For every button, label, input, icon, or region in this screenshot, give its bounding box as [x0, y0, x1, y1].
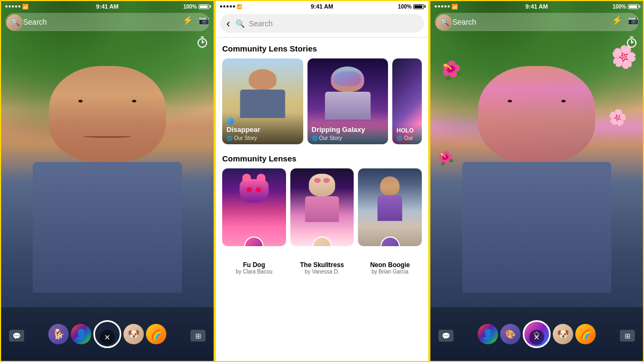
shirt-right	[462, 162, 611, 293]
signal-area: 📶	[5, 4, 28, 10]
memories-icon-left[interactable]: ⊞	[191, 330, 206, 342]
story-card-disappear[interactable]: Disappear 🌐 Our Story	[222, 58, 303, 144]
search-placeholder-middle: Search	[249, 19, 273, 28]
mdot5	[233, 5, 235, 8]
flash-icon-right[interactable]: ⚡	[612, 15, 623, 25]
lens-card-skulltress[interactable]	[290, 168, 354, 246]
ar-face-overlay	[478, 66, 595, 161]
smile-left	[84, 135, 130, 138]
wifi-icon-middle: 📶	[237, 4, 242, 9]
lens-cards-row: Fu Dog by Clara Bacou	[222, 168, 422, 275]
dot2	[9, 5, 11, 8]
skulltress-avatar-img	[313, 238, 331, 246]
search-input-row[interactable]: ‹ 🔍 Search	[220, 14, 424, 33]
middle-search-panel: 📶 9:41 AM 100% ‹ 🔍 Search Community Lens…	[215, 0, 429, 362]
fudog-eye-right	[256, 187, 261, 193]
skulltress-label: The Skulltress by Vanessa D.	[290, 246, 354, 275]
bottom-row-left: 💬 ✕ ⊞	[1, 330, 214, 345]
fudog-head	[240, 179, 268, 203]
eye-left-left	[78, 100, 83, 102]
story-card-sub-disappear: 🌐 Our Story	[226, 135, 299, 141]
mdot2	[223, 5, 225, 8]
globe-icon-disappear: 🌐	[226, 136, 232, 141]
wifi-icon-right: 📶	[451, 4, 458, 10]
search-label-left: Search	[23, 18, 47, 26]
camera-flip-icon-right[interactable]: 📷	[628, 15, 639, 25]
face-left	[49, 66, 166, 161]
timer-icon-right[interactable]	[626, 36, 638, 50]
globe-icon-holo: 🌐	[397, 136, 402, 141]
story-card-holo[interactable]: HOLO 🌐 Our	[392, 58, 422, 144]
memories-icon-right[interactable]: ⊞	[620, 330, 635, 342]
camera-flip-icon-left[interactable]: 📷	[199, 15, 209, 25]
timer-icon-left[interactable]	[196, 36, 208, 50]
battery-percent-left: 100%	[183, 4, 197, 10]
lens-card-neon[interactable]	[358, 168, 422, 246]
battery-icon-right	[628, 4, 639, 9]
fudog-ear-right	[257, 174, 266, 181]
story-avatar-disappear	[226, 117, 234, 125]
search-bar-right[interactable]: 🔍 Search	[435, 13, 639, 31]
time-display-middle: 9:41 AM	[311, 3, 333, 10]
neon-name: Neon Boogie	[358, 261, 422, 269]
eye-right-left	[132, 100, 136, 102]
story-card-title-galaxy: Dripping Galaxy	[312, 125, 384, 134]
battery-fill-left	[200, 5, 208, 8]
neon-creator: by Brian Garcia	[358, 269, 422, 275]
search-icon-middle: 🔍	[236, 19, 245, 28]
chat-icon-left[interactable]: 💬	[9, 330, 24, 342]
story-card-sub-galaxy: 🌐 Our Story	[312, 135, 384, 141]
bottom-controls-right: 👤 🎨 ✿ 🐶 🌈 💬 ✕ ⊞	[430, 307, 643, 361]
back-button-middle[interactable]: ‹	[226, 17, 230, 29]
face-right	[478, 66, 595, 161]
left-camera-panel: 📶 9:41 AM 100% 🔍 Search ⚡ 📷	[0, 0, 215, 362]
time-display-right: 9:41 AM	[525, 3, 548, 10]
flash-icon-left[interactable]: ⚡	[182, 15, 193, 25]
story-cards-row: Disappear 🌐 Our Story	[222, 58, 422, 144]
skulltress-creator: by Vanessa D.	[290, 269, 354, 275]
status-bar-right: 📶 9:41 AM 100%	[430, 1, 643, 12]
globe-icon-galaxy: 🌐	[312, 136, 318, 141]
close-btn-right[interactable]: ✕	[529, 330, 544, 345]
chat-icon-right[interactable]: 💬	[438, 330, 453, 342]
battery-icon-middle	[413, 4, 424, 9]
skulltress-figure	[298, 174, 346, 224]
search-bar-left[interactable]: 🔍 Search	[5, 13, 209, 31]
card-face-disappear	[248, 69, 277, 90]
search-icon-right: 🔍	[440, 18, 449, 26]
top-right-icons-left: ⚡ 📷	[182, 15, 209, 25]
card-person-galaxy	[317, 67, 378, 122]
skulltress-cheek-l	[314, 178, 320, 182]
fudog-eye-left	[247, 187, 252, 193]
person-right	[430, 55, 643, 307]
eye-left-right	[508, 100, 512, 102]
community-lens-stories-title: Community Lens Stories	[222, 44, 422, 53]
rdot5	[448, 5, 450, 8]
battery-fill-middle	[414, 5, 422, 8]
battery-icon-left	[199, 4, 209, 9]
rdot2	[438, 5, 440, 8]
lens-card-fudog-wrapper: Fu Dog by Clara Bacou	[222, 168, 286, 275]
dot5	[18, 5, 20, 8]
battery-fill-right	[629, 5, 637, 8]
neon-outfit	[378, 195, 402, 221]
story-card-galaxy[interactable]: Dripping Galaxy 🌐 Our Story	[308, 58, 389, 144]
fudog-figure	[230, 179, 278, 226]
story-card-title-holo: HOLO	[397, 127, 418, 134]
content-area-middle: Community Lens Stories Disappear 🌐 Our S…	[216, 38, 428, 361]
battery-area: 100%	[183, 4, 209, 10]
skulltress-face	[309, 174, 335, 196]
close-btn-left[interactable]: ✕	[100, 330, 115, 345]
mdot1	[220, 5, 222, 8]
lens-card-fudog[interactable]	[222, 168, 286, 246]
wifi-icon: 📶	[22, 4, 28, 10]
skulltress-outfit	[305, 196, 339, 221]
fudog-ear-left	[243, 174, 251, 181]
neon-figure	[371, 176, 409, 223]
fudog-name: Fu Dog	[222, 261, 286, 269]
signal-dots-middle	[220, 5, 235, 8]
neon-face	[380, 176, 400, 195]
fudog-avatar-img	[245, 238, 262, 246]
story-card-title-disappear: Disappear	[226, 125, 299, 134]
shirt-left	[33, 162, 181, 293]
